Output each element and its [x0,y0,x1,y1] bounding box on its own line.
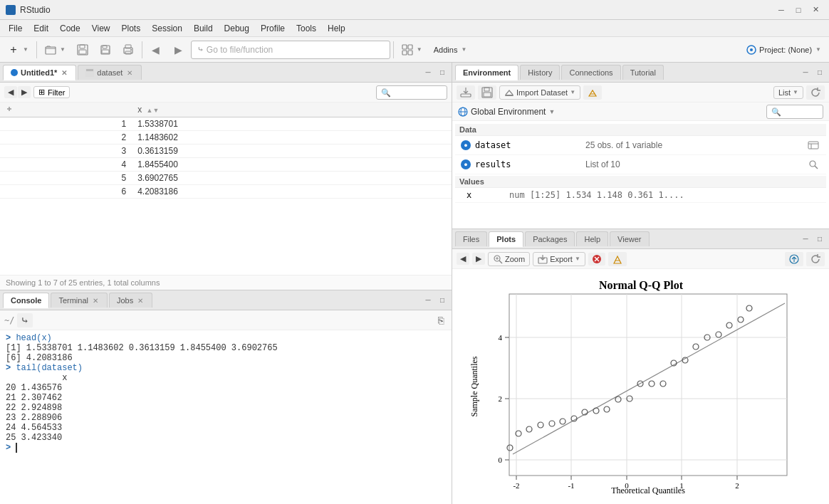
delete-plot-button[interactable] [588,253,605,266]
new-file-button[interactable]: + ▼ [3,40,33,60]
open-file-button[interactable]: ▼ [40,40,71,60]
tab-untitled1[interactable]: Untitled1* ✕ [3,65,76,80]
minimize-editor-button[interactable]: ─ [422,66,434,79]
menu-profile[interactable]: Profile [255,22,291,35]
env-import-button[interactable]: Import Dataset ▼ [499,85,580,100]
menu-file[interactable]: File [3,22,28,35]
x-label-minus1: -1 [568,481,574,490]
env-search-input[interactable] [766,105,823,119]
y-label-2: 2 [498,394,502,403]
plot-broom-button[interactable] [608,252,627,266]
minimize-files-button[interactable]: ─ [799,233,812,246]
tab-tutorial[interactable]: Tutorial [622,65,664,80]
save-all-button[interactable] [95,40,116,60]
svg-rect-3 [79,50,86,54]
tab-packages[interactable]: Packages [525,231,575,246]
tab-console[interactable]: Console [3,293,49,308]
svg-rect-18 [86,69,93,71]
plots-refresh-button[interactable] [806,252,825,266]
console-content[interactable]: > head(x) [1] 1.5338701 1.1483602 0.3613… [0,330,452,504]
maximize-button[interactable]: □ [791,2,806,18]
save-button[interactable] [72,40,93,60]
dataset-view-icon[interactable] [806,138,820,152]
back-button[interactable]: ◀ [145,40,167,60]
table-row[interactable]: 11.5338701 [0,117,452,131]
tab-jobs[interactable]: Jobs ✕ [109,293,152,308]
menu-build[interactable]: Build [188,22,219,35]
table-row[interactable]: 53.6902765 [0,172,452,185]
env-load-button[interactable] [457,85,475,100]
tab-history[interactable]: History [520,65,560,80]
console-row-21: 21 2.307462 [6,393,62,403]
menu-edit[interactable]: Edit [28,22,54,35]
list-dropdown-arrow: ▼ [793,89,798,95]
maximize-editor-button[interactable]: □ [436,66,449,79]
goto-input[interactable]: ⤷ Go to file/function [191,41,390,59]
publish-button[interactable] [785,252,803,266]
table-row[interactable]: 41.8455400 [0,158,452,172]
maximize-env-button[interactable]: □ [813,66,826,79]
forward-button[interactable]: ▶ [168,40,189,60]
project-button[interactable]: Project: (None) ▼ [741,40,826,60]
tab-files[interactable]: Files [455,231,487,246]
menu-session[interactable]: Session [146,22,188,35]
tab-history-label: History [528,68,552,77]
maximize-console-button[interactable]: □ [436,294,449,307]
search-input[interactable] [376,85,447,100]
global-env-label[interactable]: Global Environment ▼ [458,107,555,117]
editor-forward-button[interactable]: ▶ [18,86,31,98]
list-view-button[interactable]: List ▼ [773,86,803,99]
tab-dataset[interactable]: dataset ✕ [78,65,142,80]
filter-button[interactable]: ⊞ Filter [33,86,70,98]
plot-forward-button[interactable]: ▶ [472,253,485,265]
minimize-env-button[interactable]: ─ [799,66,812,79]
menu-tools[interactable]: Tools [291,22,322,35]
table-row[interactable]: 64.2083186 [0,185,452,199]
import-dropdown-arrow: ▼ [570,89,575,95]
tab-terminal-label: Terminal [58,296,88,305]
print-button[interactable] [118,40,139,60]
table-row[interactable]: 30.3613159 [0,145,452,158]
menu-code[interactable]: Code [54,22,86,35]
console-scroll-button[interactable]: ⎘ [434,314,447,327]
maximize-files-button[interactable]: □ [813,233,826,246]
env-row-dataset[interactable]: ● dataset 25 obs. of 1 variable [455,136,826,155]
close-button[interactable]: ✕ [808,2,823,18]
open-file-icon [45,44,56,56]
tab-connections[interactable]: Connections [561,65,620,80]
env-refresh-button[interactable] [806,85,825,100]
editor-back-button[interactable]: ◀ [4,86,17,98]
tab-connections-label: Connections [569,68,612,77]
tab-help[interactable]: Help [576,231,608,246]
workspace-button[interactable]: ▼ [397,40,427,60]
tab-terminal[interactable]: Terminal ✕ [51,293,108,308]
tab-viewer[interactable]: Viewer [610,231,649,246]
tab-untitled1-close[interactable]: ✕ [60,69,68,77]
tab-jobs-close[interactable]: ✕ [136,297,145,305]
workspace-icon [402,44,413,56]
menu-help[interactable]: Help [322,22,351,35]
minimize-console-button[interactable]: ─ [422,294,434,307]
plot-back-button[interactable]: ◀ [457,253,469,265]
addins-button[interactable]: Addins ▼ [429,40,472,60]
tab-terminal-close[interactable]: ✕ [91,297,100,305]
export-button[interactable]: Export ▼ [533,252,585,266]
env-broom-button[interactable] [583,85,602,100]
env-row-results[interactable]: ● results List of 10 [455,155,826,174]
tab-plots[interactable]: Plots [489,231,523,247]
row-num: 3 [0,145,132,158]
zoom-button[interactable]: Zoom [488,252,530,266]
results-search-icon[interactable] [806,157,820,172]
console-dir-button[interactable]: ⤷ [17,313,33,327]
menu-plots[interactable]: Plots [116,22,147,35]
tab-dataset-close[interactable]: ✕ [125,69,134,77]
table-row[interactable]: 21.1483602 [0,131,452,145]
minimize-button[interactable]: ─ [773,2,789,18]
window-controls[interactable]: ─ □ ✕ [773,2,823,18]
plot-title: Normal Q-Q Plot [598,279,683,291]
tab-environment[interactable]: Environment [455,65,518,80]
menu-view[interactable]: View [86,22,116,35]
menu-debug[interactable]: Debug [219,22,255,35]
env-save-button[interactable] [478,85,496,100]
data-table: x ▲▼ 11.533870121.148360230.361315941.84… [0,103,452,199]
